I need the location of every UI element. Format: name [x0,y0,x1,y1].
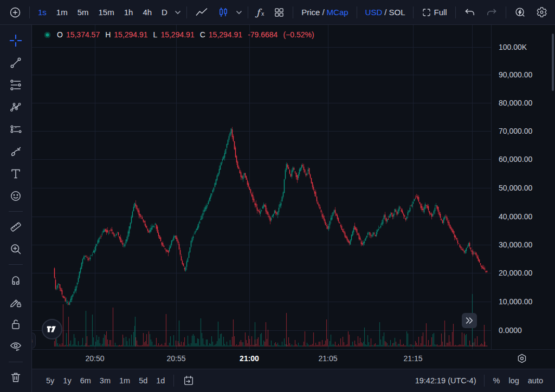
chart-type-menu-button[interactable] [234,8,244,17]
lock-drawings-button[interactable] [7,315,25,334]
price-axis[interactable]: 100.00K 90,000.00 80,000.00 70,000.00 60… [491,25,555,349]
timeframe-1m-button[interactable]: 1m [51,5,73,19]
price-mcap-toggle[interactable]: Price / MCap [296,5,353,19]
divider [248,6,248,18]
trading-chart-app: 1s 1m 5m 15m 1h 4h D [0,0,555,392]
close-value: 15,294.91 [209,30,242,39]
trend-line-tool-button[interactable] [7,54,25,72]
magnet-mode-button[interactable] [7,271,25,289]
full-label: Full [434,8,447,17]
timeframe-4h-button[interactable]: 4h [138,5,157,19]
high-label: H [105,30,111,39]
create-alert-button[interactable] [509,4,531,21]
brush-tool-button[interactable] [7,142,25,161]
divider [9,362,23,362]
timeframe-1s-button[interactable]: 1s [33,5,51,19]
range-1m-button[interactable]: 1m [115,374,134,387]
low-value: 15,294.91 [160,30,194,39]
measure-tool-button[interactable] [7,218,25,236]
line-chart-type-button[interactable] [190,4,213,21]
undo-icon [464,8,476,17]
scroll-to-recent-button[interactable] [462,313,477,328]
range-5d-button[interactable]: 5d [134,374,152,387]
hexagon-settings-icon [516,352,528,364]
double-chevron-right-icon [465,317,474,324]
settings-button[interactable] [531,4,552,21]
divider [186,6,187,18]
tradingview-logo[interactable] [42,319,62,339]
chevron-down-icon [175,10,181,15]
open-label: O [57,30,63,39]
range-5y-button[interactable]: 5y [42,374,59,387]
auto-scale-button[interactable]: auto [524,374,547,387]
drawing-sync-button[interactable] [7,293,25,311]
add-symbol-button[interactable] [4,4,26,21]
time-axis[interactable]: 20:50 20:55 21:00 21:05 21:15 [32,349,555,369]
brush-icon [9,145,22,158]
fullscreen-button[interactable]: Full [417,5,451,20]
mcap-label: MCap [327,8,349,17]
redo-button[interactable] [481,5,502,20]
long-position-tool-button[interactable] [7,120,25,139]
long-position-icon [9,123,22,136]
chevron-down-icon [236,10,242,15]
time-tick: 21:00 [240,354,259,363]
price-tick: 10,000.00 [499,297,532,306]
divider [455,6,456,18]
timeframe-1d-button[interactable]: D [157,5,172,19]
indicators-button[interactable]: ƒx [251,4,269,21]
layout-grid-button[interactable] [269,4,289,21]
candles-chart-type-button[interactable] [213,4,234,21]
bottom-toolbar: 5y 1y 6m 3m 1m 5d 1d 19:42:19 (UTC-4) % … [32,369,555,392]
crosshair-icon [9,34,23,48]
price-tick: 20,000.00 [499,269,532,277]
hide-drawings-button[interactable] [7,337,25,356]
range-1y-button[interactable]: 1y [59,374,75,387]
gear-icon [536,6,547,18]
emoji-icon [9,190,22,202]
change-value: -79.6684 [248,30,278,39]
usd-sol-toggle[interactable]: USD / SOL [360,5,410,19]
range-6m-button[interactable]: 6m [76,374,95,387]
price-tick: 90,000.00 [499,70,532,79]
fx-icon: ƒ [256,7,260,18]
crosshair-tool-button[interactable] [7,31,25,50]
divider [29,6,30,18]
undo-button[interactable] [459,5,481,20]
xabcd-pattern-tool-button[interactable] [7,98,25,116]
candlestick-icon [218,6,229,18]
ohlc-legend: O 15,374.57 H 15,294.91 L 15,294.91 C 15… [44,29,317,40]
divider [173,375,174,387]
chart-plot-area[interactable] [32,25,491,349]
series-status-dot[interactable] [44,32,50,38]
magnet-icon [9,273,22,286]
fib-retracement-icon [9,79,22,92]
go-to-date-button[interactable] [178,373,199,389]
log-scale-button[interactable]: log [504,374,523,387]
timeframe-menu-button[interactable] [172,8,183,17]
price-axis-scrollbar[interactable] [552,34,554,91]
clock-utc-button[interactable]: 19:42:19 (UTC-4) [412,374,480,387]
divider [506,6,506,18]
time-tick: 21:05 [318,354,337,363]
price-tick: 30,000.00 [499,240,532,249]
range-1d-button[interactable]: 1d [152,374,169,387]
price-tick: 70,000.00 [499,127,532,135]
price-tick: 50,000.00 [499,184,532,192]
percent-scale-button[interactable]: % [489,374,505,387]
zoom-in-tool-button[interactable] [7,240,25,258]
grid-icon [274,7,285,18]
tradingview-logo-icon [47,325,57,334]
fib-retracement-tool-button[interactable] [7,76,25,94]
timeframe-5m-button[interactable]: 5m [73,5,94,19]
range-3m-button[interactable]: 3m [95,374,115,387]
timeframe-15m-button[interactable]: 15m [94,5,119,19]
emoji-tool-button[interactable] [7,187,25,205]
time-axis-settings-button[interactable] [516,352,528,366]
zoom-in-icon [9,243,22,256]
fullscreen-icon [422,8,431,17]
timeframe-1h-button[interactable]: 1h [119,5,138,19]
usd-label: USD [365,8,383,17]
text-tool-button[interactable] [7,165,25,183]
remove-drawings-button[interactable] [7,368,25,387]
